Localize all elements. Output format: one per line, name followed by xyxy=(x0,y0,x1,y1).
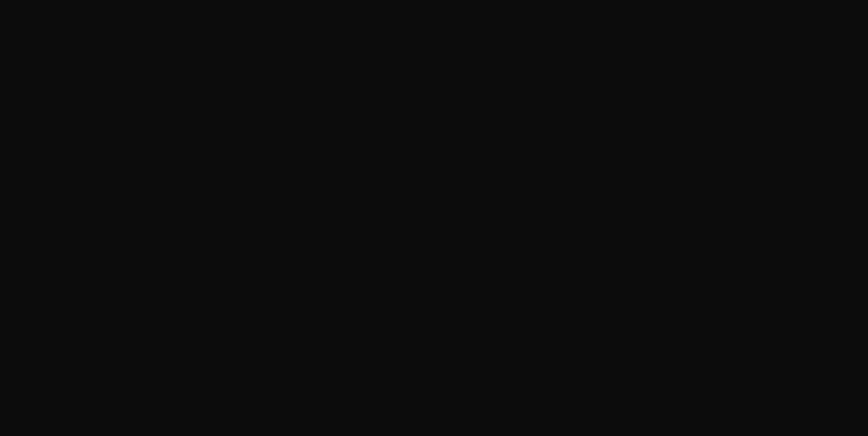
after-effects-timeline-workspace xyxy=(0,0,868,436)
